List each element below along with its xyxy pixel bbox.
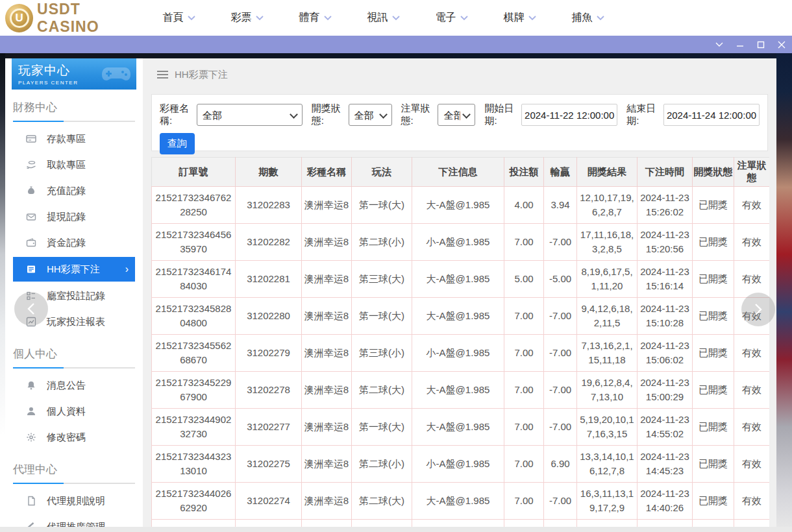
- table-cell: 2152173234522967900: [152, 372, 236, 409]
- site-logo[interactable]: U USDT CASINO: [5, 1, 145, 36]
- chevron-down-icon[interactable]: [709, 36, 730, 53]
- filter-panel: 彩種名稱: 全部 開獎狀態: 全部 注單狀態: 全部 開始日期: 結束日期: 查…: [151, 94, 768, 151]
- start-date-input[interactable]: [521, 104, 617, 126]
- end-date-input[interactable]: [663, 104, 760, 126]
- table-cell: -7.00: [544, 483, 577, 520]
- sidebar-item-label: 廳室投註記錄: [47, 290, 105, 302]
- sidebar-item-label: HH彩票下注: [47, 263, 100, 276]
- usdt-coin-icon: U: [5, 4, 33, 32]
- table-cell: 6.90: [544, 446, 577, 483]
- chevron-down-icon: [460, 16, 468, 21]
- sidebar-item-person[interactable]: 個人資料: [13, 398, 135, 424]
- table-cell: 31202277: [236, 409, 302, 446]
- nav-item[interactable]: 彩票: [213, 0, 281, 36]
- table-cell: 5.00: [504, 261, 544, 298]
- table-cell: 31202280: [236, 298, 302, 335]
- desktop-background-bottom: [0, 527, 792, 532]
- minimize-icon[interactable]: [730, 36, 750, 53]
- nav-item[interactable]: 首頁: [145, 0, 213, 36]
- sidebar-item-label: 存款專區: [47, 133, 86, 145]
- nav-item[interactable]: 電子: [417, 0, 486, 36]
- chevron-down-icon: [324, 16, 332, 21]
- table-cell: 大-A盤@1.985: [412, 409, 504, 446]
- players-center-header: 玩家中心 PLAYERS CENTER: [12, 58, 136, 90]
- page-title: HH彩票下注: [175, 69, 228, 81]
- search-button[interactable]: 查詢: [160, 133, 195, 154]
- main-menu: 首頁彩票體育視訊電子棋牌捕魚: [145, 0, 622, 36]
- table-cell: 已開獎: [693, 298, 734, 335]
- order-status-select[interactable]: 全部: [438, 104, 475, 126]
- table-cell: 有效: [734, 446, 770, 483]
- table-cell: 2024-11-23 15:26:02: [637, 187, 693, 224]
- column-header: 彩種名稱: [302, 158, 352, 187]
- sidebar-item-label: 提現記錄: [47, 211, 86, 223]
- sidebar-item-bell[interactable]: 消息公告: [13, 372, 135, 398]
- table-cell: 有效: [734, 187, 770, 224]
- table-row-empty: [152, 520, 770, 527]
- cashout-record-icon: [26, 212, 36, 222]
- coin-letter: U: [10, 8, 29, 28]
- table-cell: 已開獎: [693, 224, 734, 261]
- sidebar-item-label: 取款專區: [47, 159, 86, 171]
- nav-item-label: 視訊: [367, 11, 388, 25]
- table-cell: 澳洲幸运8: [302, 261, 352, 298]
- sidebar-item-document[interactable]: 代理規則說明: [13, 488, 135, 514]
- table-cell: 第二球(大): [352, 483, 412, 520]
- nav-item[interactable]: 體育: [281, 0, 349, 36]
- table-cell: 13,3,14,10,16,12,7,8: [577, 446, 637, 483]
- table-cell: 7.00: [504, 483, 544, 520]
- table-cell: 2024-11-23 14:55:02: [637, 409, 693, 446]
- sidebar-item-label: 充值記錄: [47, 185, 86, 197]
- sidebar-item-gear[interactable]: 修改密碼: [13, 424, 135, 450]
- table-cell: 第二球(大): [352, 372, 412, 409]
- table-body: 215217323467622825031202283澳洲幸运8第一球(大)大-…: [152, 187, 770, 527]
- column-header: 下注信息: [412, 158, 504, 187]
- lottery-name-select[interactable]: 全部: [197, 104, 303, 126]
- table-cell: 2152173234556268670: [152, 335, 236, 372]
- withdraw-icon: [26, 160, 36, 170]
- sidebar-item-lottery-bet[interactable]: HH彩票下注›: [13, 257, 135, 282]
- table-cell: 2152173234582804800: [152, 298, 236, 335]
- panel-collapse-left-button[interactable]: [14, 292, 48, 326]
- table-cell: [734, 520, 770, 527]
- sidebar-section-title: 代理中心: [13, 462, 135, 483]
- nav-item[interactable]: 捕魚: [554, 0, 622, 36]
- breadcrumb: HH彩票下注: [157, 65, 228, 84]
- table-cell: 17,11,16,18,3,2,8,5: [577, 224, 637, 261]
- funds-record-icon: [26, 237, 36, 248]
- nav-item[interactable]: 視訊: [349, 0, 417, 36]
- desktop-background-right: [776, 53, 792, 532]
- table-cell: 7.00: [504, 335, 544, 372]
- table-cell: [577, 520, 637, 527]
- table-row: 215217323461748403031202281澳洲幸运8第三球(大)大-…: [152, 261, 770, 298]
- share-icon: [26, 522, 36, 527]
- table-cell: 12,10,17,19,6,2,8,7: [577, 187, 637, 224]
- bell-icon: [26, 380, 36, 391]
- sidebar-item-share[interactable]: 代理推廣管理: [13, 514, 135, 527]
- table-cell: 有效: [734, 483, 770, 520]
- sidebar-item-recharge-record[interactable]: 充值記錄: [13, 178, 135, 204]
- sidebar-section-title: 個人中心: [13, 346, 135, 367]
- sidebar-item-deposit[interactable]: 存款專區: [13, 126, 135, 152]
- sidebar-item-funds-record[interactable]: 資金記錄: [13, 230, 135, 256]
- table-cell: [152, 520, 236, 527]
- lottery-name-label: 彩種名稱:: [160, 103, 193, 127]
- table-cell: -7.00: [544, 335, 577, 372]
- draw-status-select[interactable]: 全部: [349, 104, 392, 126]
- sidebar-item-label: 玩家投注報表: [47, 316, 105, 328]
- table-cell: 2024-11-23 15:10:28: [637, 298, 693, 335]
- table-cell: 澳洲幸运8: [302, 335, 352, 372]
- sidebar-item-cashout-record[interactable]: 提現記錄: [13, 204, 135, 230]
- menu-toggle-icon[interactable]: [157, 71, 168, 79]
- sidebar-item-withdraw[interactable]: 取款專區: [13, 152, 135, 178]
- table-cell: 小-A盤@1.985: [412, 224, 504, 261]
- table-cell: [352, 520, 412, 527]
- close-icon[interactable]: [771, 36, 792, 53]
- table-cell: -7.00: [544, 409, 577, 446]
- end-date-label: 結束日期:: [626, 103, 660, 127]
- panel-expand-right-button[interactable]: [741, 293, 775, 326]
- maximize-icon[interactable]: [750, 36, 771, 53]
- nav-item[interactable]: 棋牌: [486, 0, 554, 36]
- column-header: 開獎狀態: [693, 158, 734, 187]
- sidebar-item-label: 代理推廣管理: [47, 521, 105, 527]
